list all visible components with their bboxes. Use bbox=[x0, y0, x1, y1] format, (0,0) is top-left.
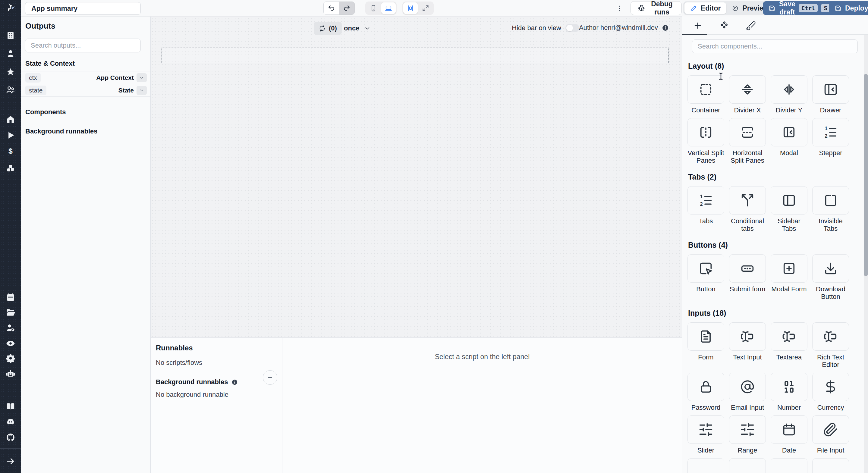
component-card-label: Divider X bbox=[734, 106, 761, 114]
component-card-invisible-tabs[interactable] bbox=[812, 186, 849, 215]
rail-folders-icon[interactable] bbox=[5, 307, 16, 318]
component-card-submit-form[interactable] bbox=[729, 254, 766, 283]
component-card-email-input[interactable] bbox=[729, 373, 766, 401]
rail-resources-icon[interactable] bbox=[5, 162, 16, 174]
component-card-label: Drawer bbox=[820, 106, 841, 114]
search-components-input[interactable] bbox=[692, 39, 858, 53]
component-card-hidden[interactable] bbox=[771, 458, 807, 473]
component-item: Drawer bbox=[812, 75, 849, 114]
rail-groups-icon[interactable] bbox=[5, 322, 16, 334]
component-card-hidden[interactable] bbox=[812, 458, 849, 473]
component-card-textarea[interactable] bbox=[771, 322, 807, 351]
rail-discord-icon[interactable] bbox=[5, 416, 16, 428]
component-card-sidebar-tabs[interactable] bbox=[771, 186, 807, 215]
component-card-date[interactable] bbox=[771, 415, 807, 444]
refresh-count-button[interactable]: (0) bbox=[314, 22, 342, 35]
rail-windmill-logo-icon[interactable] bbox=[5, 2, 16, 14]
component-card-hidden[interactable] bbox=[729, 458, 766, 473]
undo-button[interactable] bbox=[323, 1, 339, 15]
component-card-stepper[interactable]: 12 bbox=[812, 118, 849, 147]
info-icon[interactable] bbox=[231, 379, 238, 386]
empty-component-dropzone[interactable] bbox=[161, 48, 669, 63]
redo-button[interactable] bbox=[339, 1, 355, 15]
component-card-password[interactable] bbox=[687, 373, 724, 401]
scrollbar-track[interactable] bbox=[864, 35, 868, 473]
background-runnables-header: Background runnables bbox=[156, 378, 277, 386]
rail-github-icon[interactable] bbox=[5, 432, 16, 443]
rail-workspace-icon[interactable] bbox=[5, 30, 16, 41]
component-card-label: Container bbox=[691, 106, 720, 114]
rail-variables-icon[interactable]: $ bbox=[5, 146, 16, 157]
rail-users-icon[interactable] bbox=[5, 84, 16, 95]
output-value-label: State bbox=[119, 87, 134, 94]
output-row-state[interactable]: state State bbox=[21, 84, 150, 96]
rail-schedules-icon[interactable] bbox=[5, 292, 16, 303]
deploy-icon bbox=[834, 4, 842, 12]
component-card-modal-form[interactable] bbox=[771, 254, 807, 283]
laptop-icon bbox=[384, 4, 393, 12]
component-item bbox=[729, 458, 766, 473]
app-canvas[interactable]: (0) once Hide bar on view Author henri@w… bbox=[151, 17, 682, 338]
info-icon[interactable] bbox=[661, 24, 669, 32]
deploy-button[interactable]: Deploy bbox=[829, 1, 868, 15]
rail-runs-icon[interactable] bbox=[5, 130, 16, 141]
components-panel-tabs bbox=[682, 17, 868, 35]
component-card-range[interactable] bbox=[729, 415, 766, 444]
rail-account-icon[interactable] bbox=[5, 48, 16, 59]
component-card-text-input[interactable] bbox=[729, 322, 766, 351]
component-card-download-button[interactable] bbox=[812, 254, 849, 283]
debug-runs-button[interactable]: Debug runs bbox=[630, 1, 682, 15]
center-canvas-button[interactable] bbox=[403, 2, 418, 14]
component-card-container[interactable] bbox=[687, 75, 724, 104]
desktop-view-button[interactable] bbox=[381, 2, 396, 14]
tab-editor[interactable]: Editor bbox=[684, 2, 726, 14]
component-card-file-input[interactable] bbox=[812, 415, 849, 444]
panel-tab-styling[interactable] bbox=[744, 19, 757, 32]
hide-bar-toggle[interactable] bbox=[565, 24, 579, 32]
component-card-modal[interactable] bbox=[771, 118, 807, 147]
component-card-form[interactable] bbox=[687, 322, 724, 351]
rail-docs-icon[interactable] bbox=[5, 401, 16, 412]
component-card-currency[interactable] bbox=[812, 373, 849, 401]
app-summary-input[interactable] bbox=[25, 2, 141, 15]
component-card-label: Invisible Tabs bbox=[812, 217, 849, 232]
component-card-tabs[interactable]: 12 bbox=[687, 186, 724, 215]
component-card-vertical-split-panes[interactable] bbox=[687, 118, 724, 147]
output-row-ctx[interactable]: ctx App Context bbox=[21, 71, 150, 84]
mobile-view-button[interactable] bbox=[366, 2, 381, 14]
rail-favorites-icon[interactable] bbox=[5, 66, 16, 78]
section-title: Buttons (4) bbox=[688, 241, 854, 249]
rail-settings-icon[interactable] bbox=[5, 352, 16, 364]
refresh-mode-dropdown[interactable]: once bbox=[344, 22, 371, 35]
component-card-drawer[interactable] bbox=[812, 75, 849, 104]
panel-tab-component-settings[interactable] bbox=[718, 19, 731, 32]
rail-audit-logs-icon[interactable] bbox=[5, 338, 16, 349]
component-card-hidden[interactable] bbox=[687, 458, 724, 473]
output-key-chip: state bbox=[25, 86, 46, 95]
rail-ai-assistant-icon[interactable] bbox=[5, 368, 16, 380]
editor-preview-toggle: Editor Preview bbox=[683, 1, 775, 15]
save-draft-button[interactable]: Save draft Ctrl S bbox=[763, 1, 835, 15]
component-card-divider-y[interactable] bbox=[771, 75, 807, 104]
search-outputs-input[interactable] bbox=[25, 38, 141, 53]
component-card-divider-x[interactable] bbox=[729, 75, 766, 104]
component-card-rich-text-editor[interactable] bbox=[812, 322, 849, 351]
component-item: 12Tabs bbox=[687, 186, 724, 225]
rail-home-icon[interactable] bbox=[5, 114, 16, 125]
more-menu-button[interactable] bbox=[614, 2, 625, 14]
component-card-horizontal-split-panes[interactable] bbox=[729, 118, 766, 147]
panel-tab-insert-component[interactable] bbox=[691, 19, 704, 32]
component-card-slider[interactable] bbox=[687, 415, 724, 444]
fullscreen-button[interactable] bbox=[418, 2, 433, 14]
rail-divider bbox=[0, 448, 21, 449]
component-card-number[interactable] bbox=[771, 373, 807, 401]
expand-row-button[interactable] bbox=[136, 73, 147, 82]
chevron-down-icon bbox=[139, 75, 144, 81]
rail-expand-menu-icon[interactable] bbox=[5, 455, 16, 467]
refresh-icon bbox=[318, 25, 326, 32]
scrollbar-thumb[interactable] bbox=[864, 74, 868, 276]
expand-row-button[interactable] bbox=[136, 86, 147, 95]
add-background-runnable-button[interactable] bbox=[263, 370, 277, 385]
component-card-button[interactable] bbox=[687, 254, 724, 283]
component-card-conditional-tabs[interactable] bbox=[729, 186, 766, 215]
